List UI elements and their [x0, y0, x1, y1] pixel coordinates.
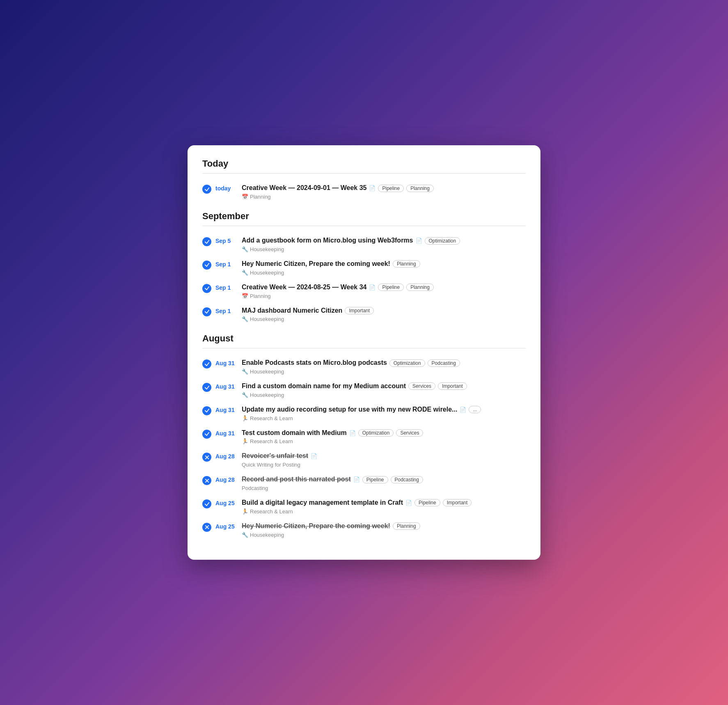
task-checkbox-1-1[interactable]	[202, 261, 211, 270]
task-title: Revoicer's unfair test	[242, 452, 308, 460]
task-content: Record and post this narrated post📄Pipel…	[242, 475, 526, 491]
task-tag: Services	[408, 382, 435, 390]
section-august: August Aug 31Enable Podcasts stats on Mi…	[202, 333, 526, 541]
task-checkbox-2-7[interactable]	[202, 523, 211, 532]
task-title: Creative Week — 2024-08-25 — Week 34	[242, 283, 366, 292]
task-item[interactable]: Sep 1Hey Numeric Citizen, Prepare the co…	[202, 256, 526, 279]
subtitle-text: Housekeeping	[250, 246, 284, 252]
task-subtitle: 🏃Research & Learn	[242, 415, 526, 421]
task-content: Creative Week — 2024-08-25 — Week 34📄Pip…	[242, 283, 526, 299]
task-tag: Important	[438, 382, 467, 390]
task-date: Aug 31	[215, 407, 238, 413]
task-subtitle: Quick Writing for Posting	[242, 462, 526, 468]
task-checkbox-2-6[interactable]	[202, 499, 211, 508]
task-item[interactable]: Sep 1Creative Week — 2024-08-25 — Week 3…	[202, 279, 526, 303]
task-subtitle: 🏃Research & Learn	[242, 508, 526, 515]
task-checkbox-2-3[interactable]	[202, 430, 211, 439]
task-tag: Services	[396, 429, 423, 437]
task-title-row: Update my audio recording setup for use …	[242, 405, 526, 414]
task-title-row: Hey Numeric Citizen, Prepare the coming …	[242, 260, 526, 268]
task-subtitle: 📅Planning	[242, 293, 526, 299]
subtitle-text: Research & Learn	[250, 438, 293, 444]
task-title-row: Revoicer's unfair test📄	[242, 452, 526, 460]
task-tag: ...	[469, 406, 481, 413]
task-title: Find a custom domain name for my Medium …	[242, 382, 406, 391]
task-content: Revoicer's unfair test📄Quick Writing for…	[242, 452, 526, 468]
task-content: Build a digital legacy management templa…	[242, 499, 526, 515]
task-list-september: Sep 5Add a guestbook form on Micro.blog …	[202, 233, 526, 326]
task-checkbox-2-0[interactable]	[202, 359, 211, 369]
subtitle-icon: 🏃	[242, 508, 248, 515]
task-date: Sep 1	[215, 284, 238, 291]
doc-icon: 📄	[353, 476, 360, 483]
task-item[interactable]: Aug 25Build a digital legacy management …	[202, 495, 526, 518]
subtitle-text: Housekeeping	[250, 392, 284, 398]
task-list-august: Aug 31Enable Podcasts stats on Micro.blo…	[202, 355, 526, 541]
task-tag: Optimization	[358, 429, 394, 437]
task-content: Creative Week — 2024-09-01 — Week 35📄Pip…	[242, 184, 526, 200]
section-divider-today	[202, 173, 526, 174]
task-item[interactable]: Sep 1MAJ dashboard Numeric CitizenImport…	[202, 303, 526, 326]
doc-icon: 📄	[369, 185, 375, 191]
task-checkbox-1-3[interactable]	[202, 307, 211, 316]
task-item[interactable]: Aug 28Record and post this narrated post…	[202, 472, 526, 495]
task-item[interactable]: Aug 31Find a custom domain name for my M…	[202, 378, 526, 402]
task-subtitle: 🔧Housekeeping	[242, 270, 526, 276]
task-item[interactable]: todayCreative Week — 2024-09-01 — Week 3…	[202, 180, 526, 204]
task-title-row: Creative Week — 2024-08-25 — Week 34📄Pip…	[242, 283, 526, 292]
task-item[interactable]: Aug 28Revoicer's unfair test📄Quick Writi…	[202, 448, 526, 472]
task-date: Aug 28	[215, 453, 238, 460]
task-checkbox-2-2[interactable]	[202, 406, 211, 415]
task-title-row: Enable Podcasts stats on Micro.blog podc…	[242, 359, 526, 367]
subtitle-text: Housekeeping	[250, 532, 284, 538]
task-content: Test custom domain with Medium📄Optimizat…	[242, 429, 526, 445]
task-subtitle: 🏃Research & Learn	[242, 438, 526, 444]
task-content: MAJ dashboard Numeric CitizenImportant🔧H…	[242, 307, 526, 323]
subtitle-text: Quick Writing for Posting	[242, 462, 300, 468]
task-title: Enable Podcasts stats on Micro.blog podc…	[242, 359, 387, 367]
task-item[interactable]: Aug 25Hey Numeric Citizen, Prepare the c…	[202, 518, 526, 542]
subtitle-icon: 🔧	[242, 532, 248, 538]
doc-icon: 📄	[311, 453, 317, 459]
task-tag: Pipeline	[378, 284, 404, 291]
section-title-september: September	[202, 211, 526, 222]
task-checkbox-1-2[interactable]	[202, 284, 211, 293]
section-september: September Sep 5Add a guestbook form on M…	[202, 211, 526, 326]
task-content: Hey Numeric Citizen, Prepare the coming …	[242, 260, 526, 276]
task-title-row: Test custom domain with Medium📄Optimizat…	[242, 429, 526, 437]
task-checkbox-2-5[interactable]	[202, 476, 211, 485]
subtitle-text: Housekeeping	[250, 316, 284, 322]
section-divider-august	[202, 348, 526, 348]
subtitle-text: Podcasting	[242, 485, 268, 491]
task-tag: Podcasting	[428, 359, 460, 367]
task-content: Hey Numeric Citizen, Prepare the coming …	[242, 522, 526, 538]
section-title-august: August	[202, 333, 526, 344]
task-title: Test custom domain with Medium	[242, 429, 347, 437]
task-list-today: todayCreative Week — 2024-09-01 — Week 3…	[202, 180, 526, 204]
task-item[interactable]: Sep 5Add a guestbook form on Micro.blog …	[202, 233, 526, 256]
task-subtitle: 🔧Housekeeping	[242, 316, 526, 322]
task-checkbox-2-1[interactable]	[202, 383, 211, 392]
task-checkbox-0-0[interactable]	[202, 185, 211, 194]
task-checkbox-1-0[interactable]	[202, 237, 211, 246]
doc-icon: 📄	[416, 238, 422, 244]
task-tag: Pipeline	[414, 499, 440, 506]
subtitle-text: Planning	[250, 194, 271, 200]
task-date: Sep 1	[215, 261, 238, 268]
task-tag: Podcasting	[391, 476, 423, 483]
task-subtitle: 🔧Housekeeping	[242, 246, 526, 252]
subtitle-icon: 🔧	[242, 392, 248, 398]
task-title: Hey Numeric Citizen, Prepare the coming …	[242, 522, 390, 531]
subtitle-text: Research & Learn	[250, 508, 293, 515]
task-title-row: Creative Week — 2024-09-01 — Week 35📄Pip…	[242, 184, 526, 192]
main-card: Today todayCreative Week — 2024-09-01 — …	[188, 145, 540, 559]
task-item[interactable]: Aug 31Enable Podcasts stats on Micro.blo…	[202, 355, 526, 378]
subtitle-icon: 🔧	[242, 316, 248, 322]
task-subtitle: 🔧Housekeeping	[242, 392, 526, 398]
task-item[interactable]: Aug 31Update my audio recording setup fo…	[202, 402, 526, 425]
task-checkbox-2-4[interactable]	[202, 453, 211, 462]
task-date: Aug 31	[215, 430, 238, 437]
task-tag: Pipeline	[378, 185, 404, 192]
task-item[interactable]: Aug 31Test custom domain with Medium📄Opt…	[202, 425, 526, 449]
task-tag: Planning	[406, 185, 434, 192]
